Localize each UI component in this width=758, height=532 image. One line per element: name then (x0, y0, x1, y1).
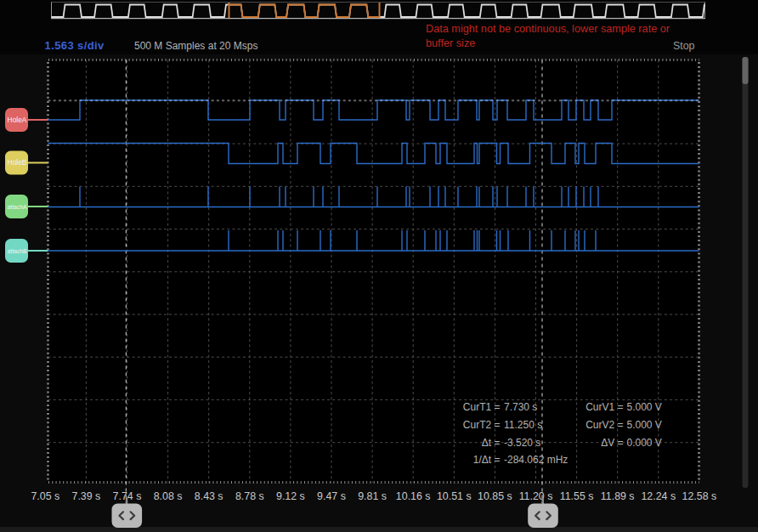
svg-text:attachA: attachA (7, 204, 27, 210)
svg-text:10.51 s: 10.51 s (437, 490, 472, 502)
svg-text:0.000 V: 0.000 V (627, 437, 662, 449)
svg-text:9.12 s: 9.12 s (276, 490, 305, 502)
svg-text:500 M Samples at 20 Msps: 500 M Samples at 20 Msps (134, 40, 257, 52)
svg-text:8.43 s: 8.43 s (195, 490, 223, 502)
svg-text:Data might not be continuous,: Data might not be continuous, lower samp… (426, 23, 670, 35)
svg-text:5.000 V: 5.000 V (627, 419, 662, 431)
svg-text:11.55 s: 11.55 s (560, 490, 594, 502)
svg-text:11.250 s: 11.250 s (504, 419, 542, 431)
svg-text:HoleA: HoleA (8, 116, 27, 124)
svg-text:12.24 s: 12.24 s (641, 490, 676, 502)
svg-text:10.16 s: 10.16 s (396, 490, 431, 502)
svg-text:-3.520 s: -3.520 s (504, 437, 540, 449)
svg-text:1.563 s/div: 1.563 s/div (45, 39, 105, 52)
svg-text:CurT2 =: CurT2 = (463, 419, 501, 431)
svg-text:Stop: Stop (673, 40, 695, 52)
svg-text:-284.062 mHz: -284.062 mHz (504, 454, 568, 466)
svg-text:5.000 V: 5.000 V (627, 401, 662, 413)
svg-text:11.20 s: 11.20 s (519, 490, 553, 502)
svg-text:ΔV =: ΔV = (601, 437, 623, 449)
svg-text:8.08 s: 8.08 s (154, 490, 183, 502)
svg-text:1/Δt =: 1/Δt = (473, 454, 501, 466)
svg-text:7.39 s: 7.39 s (72, 490, 101, 502)
svg-text:12.58 s: 12.58 s (682, 490, 717, 502)
svg-text:Δt =: Δt = (482, 437, 501, 449)
svg-text:7.05 s: 7.05 s (31, 490, 59, 502)
svg-text:9.47 s: 9.47 s (317, 490, 346, 502)
svg-text:9.81 s: 9.81 s (358, 490, 387, 502)
svg-text:CurT1 =: CurT1 = (463, 401, 501, 413)
svg-text:attachB: attachB (7, 248, 27, 254)
svg-text:7.730 s: 7.730 s (504, 401, 537, 413)
svg-text:8.78 s: 8.78 s (235, 490, 264, 502)
svg-text:CurV1 =: CurV1 = (585, 401, 623, 413)
svg-text:CurV2 =: CurV2 = (585, 419, 623, 431)
svg-text:HoleB: HoleB (8, 158, 27, 167)
svg-text:buffer size: buffer size (426, 37, 475, 49)
svg-text:11.89 s: 11.89 s (601, 490, 635, 502)
svg-text:10.85 s: 10.85 s (478, 490, 512, 502)
